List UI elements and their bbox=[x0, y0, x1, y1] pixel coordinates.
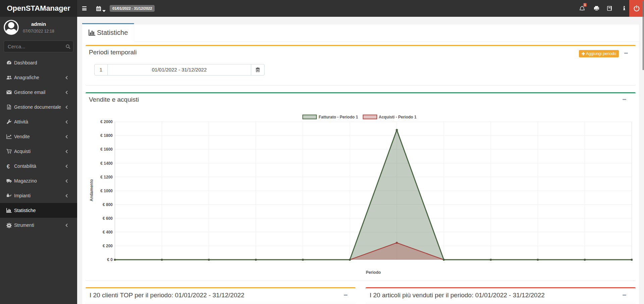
svg-text:Acquisti - Periodo 1: Acquisti - Periodo 1 bbox=[379, 115, 417, 119]
svg-text:Periodo: Periodo bbox=[366, 270, 381, 275]
svg-text:€ 600: € 600 bbox=[103, 216, 113, 221]
svg-text:€: € bbox=[7, 164, 10, 168]
svg-text:Fatturato - Periodo 1: Fatturato - Periodo 1 bbox=[319, 115, 358, 119]
svg-text:€ 400: € 400 bbox=[103, 230, 113, 235]
svg-text:€ 800: € 800 bbox=[103, 202, 113, 207]
svg-text:€ 1000: € 1000 bbox=[100, 189, 113, 193]
svg-text:€ 2000: € 2000 bbox=[100, 119, 113, 124]
svg-text:€ 0: € 0 bbox=[107, 257, 113, 262]
svg-text:€ 1200: € 1200 bbox=[100, 175, 113, 180]
svg-text:Andamento: Andamento bbox=[89, 179, 94, 201]
svg-text:€ 1400: € 1400 bbox=[100, 161, 113, 166]
svg-text:€ 1600: € 1600 bbox=[100, 147, 113, 152]
svg-text:€ 200: € 200 bbox=[103, 244, 113, 248]
svg-text:€ 1800: € 1800 bbox=[100, 133, 113, 138]
